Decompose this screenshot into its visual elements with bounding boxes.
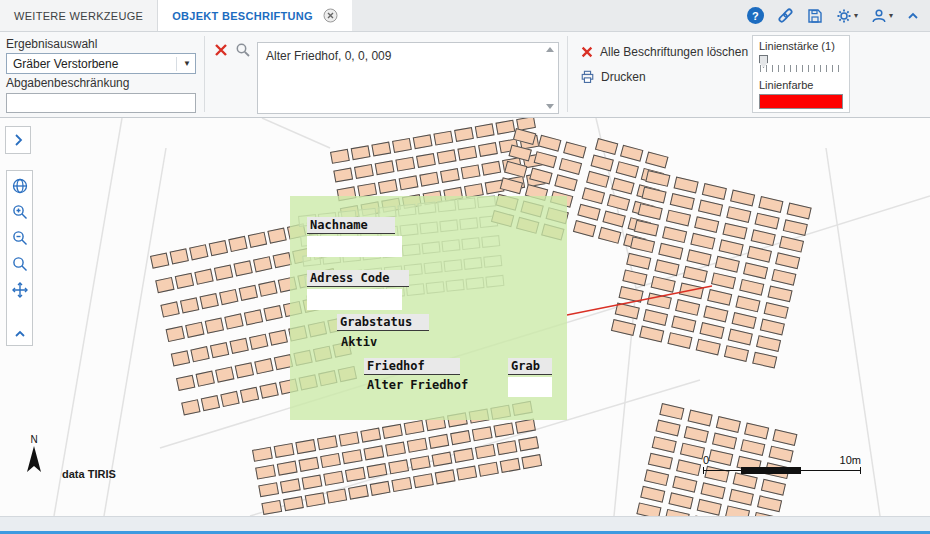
expand-panel-button[interactable] bbox=[5, 126, 31, 154]
grave-plot bbox=[753, 512, 778, 516]
grave-plot bbox=[676, 459, 701, 476]
collapse-tools-icon[interactable] bbox=[13, 329, 27, 339]
ergebnisauswahl-select[interactable]: Gräber Verstorbene ▼ bbox=[6, 53, 196, 74]
grave-plot bbox=[699, 322, 724, 339]
grave-plot bbox=[267, 228, 286, 244]
grave-plot bbox=[611, 178, 634, 195]
print-button[interactable]: Drucken bbox=[580, 70, 748, 84]
user-icon[interactable]: ▾ bbox=[871, 8, 893, 24]
grave-plot bbox=[150, 252, 169, 268]
grave-plot bbox=[500, 458, 521, 473]
map-canvas[interactable]: Nachname Adress Code Grabstatus Aktiv Fr… bbox=[0, 118, 930, 516]
scroll-up-icon[interactable] bbox=[546, 47, 554, 52]
grave-plot bbox=[345, 467, 366, 482]
grave-plot bbox=[305, 492, 326, 507]
grave-plot bbox=[215, 366, 234, 382]
grave-plot bbox=[696, 339, 721, 356]
grave-plot bbox=[644, 469, 669, 486]
grave-plot bbox=[719, 239, 744, 256]
grave-plot bbox=[155, 277, 174, 293]
help-icon[interactable]: ? bbox=[747, 7, 764, 24]
ribbon-toolbar: Ergebnisauswahl Gräber Verstorbene ▼ Abg… bbox=[0, 32, 930, 118]
select-value: Gräber Verstorbene bbox=[13, 57, 118, 71]
zoom-window-icon[interactable] bbox=[11, 255, 29, 273]
clear-selection-icon[interactable] bbox=[213, 42, 229, 58]
zoom-out-icon[interactable] bbox=[11, 229, 29, 247]
grave-plot bbox=[645, 170, 670, 187]
chevron-right-icon bbox=[13, 133, 23, 147]
grave-plot bbox=[481, 161, 501, 176]
grave-plot bbox=[729, 489, 754, 506]
line-color-swatch[interactable] bbox=[759, 94, 843, 109]
grave-plot bbox=[360, 428, 381, 443]
grave-plot bbox=[375, 160, 395, 175]
zoom-in-icon[interactable] bbox=[11, 203, 29, 221]
grave-plot bbox=[771, 269, 796, 286]
close-tab-icon[interactable] bbox=[323, 8, 338, 23]
grave-plot bbox=[707, 289, 732, 306]
grave-plot bbox=[757, 495, 782, 512]
scroll-down-icon[interactable] bbox=[546, 104, 554, 109]
settings-gear-icon[interactable]: ▾ bbox=[836, 8, 858, 24]
grave-plot bbox=[461, 164, 481, 179]
grave-plot bbox=[495, 120, 515, 135]
delete-all-labels-button[interactable]: Alle Beschriftungen löschen bbox=[580, 45, 748, 59]
line-width-slider[interactable] bbox=[759, 55, 843, 73]
grave-plot bbox=[652, 436, 677, 453]
grave-plot bbox=[330, 149, 350, 164]
grave-plot bbox=[500, 177, 523, 194]
chevron-down-icon: ▾ bbox=[889, 11, 893, 20]
grave-plot bbox=[354, 164, 374, 179]
link-icon[interactable] bbox=[777, 7, 794, 24]
grave-plot bbox=[636, 502, 661, 516]
bottom-bar bbox=[0, 516, 930, 534]
grab-label: Grab bbox=[508, 358, 552, 375]
grave-plot bbox=[407, 438, 428, 453]
collapse-ribbon-icon[interactable] bbox=[906, 10, 920, 22]
grave-plot bbox=[255, 464, 276, 479]
grave-plot bbox=[493, 422, 514, 437]
globe-icon[interactable] bbox=[11, 177, 29, 195]
map-tools bbox=[6, 170, 33, 346]
grave-plot bbox=[698, 200, 723, 217]
grave-plot bbox=[690, 233, 715, 250]
grave-plot bbox=[339, 431, 360, 446]
grave-plot bbox=[767, 285, 792, 302]
grave-plot bbox=[419, 172, 439, 187]
grave-plot bbox=[391, 477, 412, 492]
grave-plot bbox=[171, 350, 190, 366]
grave-plot bbox=[668, 492, 693, 509]
grave-plot bbox=[248, 232, 267, 248]
grabstatus-value: Aktiv bbox=[341, 335, 377, 349]
grave-plot bbox=[413, 473, 434, 488]
grave-plot bbox=[214, 264, 233, 280]
grave-plot bbox=[378, 179, 398, 194]
tab-objekt-beschriftung[interactable]: OBJEKT BESCHRIFTUNG bbox=[158, 0, 352, 31]
beschriftung-list[interactable]: Alter Friedhof, 0, 0, 009 bbox=[257, 42, 559, 114]
north-arrow: N bbox=[26, 434, 42, 472]
tab-weitere-werkzeuge[interactable]: WEITERE WERKZEUGE bbox=[0, 0, 158, 31]
grave-plot bbox=[437, 149, 457, 164]
grave-plot bbox=[559, 158, 582, 175]
grave-plot bbox=[433, 131, 453, 146]
grave-plot bbox=[693, 515, 718, 516]
search-icon[interactable] bbox=[235, 42, 251, 58]
grave-plot bbox=[348, 485, 369, 500]
tab-label: OBJEKT BESCHRIFTUNG bbox=[172, 10, 313, 22]
delete-all-labels-label: Alle Beschriftungen löschen bbox=[600, 45, 748, 59]
grave-plot bbox=[371, 142, 391, 157]
grave-plot bbox=[326, 488, 347, 503]
grave-plot bbox=[185, 322, 204, 338]
grave-plot bbox=[269, 329, 288, 345]
grave-plot bbox=[180, 297, 199, 313]
pan-icon[interactable] bbox=[11, 281, 29, 299]
grave-plot bbox=[702, 183, 727, 200]
north-arrow-icon bbox=[27, 446, 41, 472]
grave-plot bbox=[751, 229, 776, 246]
grave-plot bbox=[370, 481, 391, 496]
save-icon[interactable] bbox=[807, 8, 823, 24]
printer-icon bbox=[580, 70, 595, 84]
abgaben-input[interactable] bbox=[6, 93, 196, 113]
adress-code-field bbox=[307, 289, 402, 310]
grave-plot bbox=[683, 266, 708, 283]
